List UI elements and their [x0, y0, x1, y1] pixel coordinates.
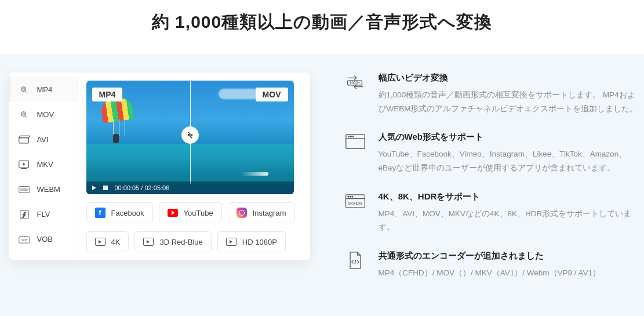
format-sidebar: MP4 MOV AVI — [9, 72, 78, 260]
vob-icon: VOB — [19, 235, 30, 244]
chip-facebook[interactable]: f Facebook — [86, 202, 153, 223]
sidebar-item-label: FLV — [37, 210, 50, 219]
converter-card: MP4 MOV AVI — [9, 72, 310, 260]
svg-point-27 — [348, 196, 349, 197]
svg-line-31 — [355, 260, 356, 264]
feature-desc: MP4、AVI、MOV、MKVなどの4K、8K、HDR形式をサポートしています。 — [379, 207, 638, 234]
feature-desc: 約1,000種類の音声／動画形式の相互変換をサポートします。 MP4およびWEB… — [379, 88, 638, 115]
decoration-cloud — [219, 89, 259, 99]
facebook-icon: f — [95, 208, 105, 218]
sidebar-item-webm[interactable]: WEBM WEBM — [9, 177, 78, 202]
chip-label: Facebook — [111, 209, 144, 217]
chip-youtube[interactable]: YouTube — [159, 202, 222, 223]
feature-title: 4K、8K、HDRをサポート — [379, 191, 638, 202]
chip-row-social: f Facebook YouTube Instagram — [86, 202, 295, 223]
svg-text:1000+: 1000+ — [349, 81, 360, 85]
chip-label: 3D Red-Blue — [159, 238, 202, 246]
sidebar-item-label: MKV — [37, 160, 53, 169]
video-controls: 00:00:05 / 02:05:06 — [86, 181, 294, 194]
feature-title: 幅広いビデオ変換 — [379, 72, 638, 83]
convert-icon: 1000+ — [344, 72, 367, 92]
svg-point-0 — [21, 86, 26, 91]
decoration-parasail — [101, 98, 133, 121]
features-list: 1000+ 幅広いビデオ変換 約1,000種類の音声／動画形式の相互変換をサポー… — [344, 72, 638, 296]
video-preview: MP4 MOV 00:00:05 / 02:05:06 — [86, 81, 294, 194]
webm-icon: WEBM — [19, 186, 30, 194]
swap-icon — [185, 130, 195, 140]
sidebar-item-flv[interactable]: FLV — [9, 202, 78, 227]
swap-button[interactable] — [181, 126, 199, 144]
chip-3d[interactable]: 3D Red-Blue — [134, 231, 211, 252]
feature-web-formats: 人気のWeb形式をサポート YouTube、Facebook、Vimeo、Ins… — [344, 132, 638, 175]
clapper-icon — [19, 136, 30, 144]
svg-point-28 — [350, 196, 351, 197]
svg-point-3 — [21, 111, 26, 116]
code-file-icon — [344, 250, 367, 270]
chip-instagram[interactable]: Instagram — [228, 202, 295, 223]
svg-text:WEBM: WEBM — [20, 188, 28, 191]
page-title: 約 1,000種類以上の動画／音声形式へ変換 — [0, 10, 644, 34]
play-rect-icon — [19, 161, 30, 169]
svg-text:VOB: VOB — [21, 239, 27, 242]
quality-icon — [143, 237, 154, 247]
format-badge-right: MOV — [256, 88, 288, 101]
flash-icon — [19, 210, 30, 219]
instagram-icon — [237, 208, 247, 218]
play-icon[interactable] — [92, 186, 96, 190]
svg-point-24 — [352, 136, 354, 137]
chip-4k[interactable]: 4K — [86, 231, 129, 252]
svg-text:8k\HDR: 8k\HDR — [348, 201, 362, 205]
sidebar-item-label: MP4 — [37, 85, 53, 94]
chip-label: YouTube — [184, 209, 213, 217]
feature-wide-conversion: 1000+ 幅広いビデオ変換 約1,000種類の音声／動画形式の相互変換をサポー… — [344, 72, 638, 115]
hdr-icon: 8k\HDR — [344, 191, 367, 211]
decoration-boat — [250, 170, 268, 176]
browser-icon — [344, 132, 367, 151]
stop-icon[interactable] — [103, 186, 108, 190]
svg-line-2 — [26, 91, 27, 93]
quality-icon — [226, 237, 237, 247]
chip-hd1080p[interactable]: HD 1080P — [217, 231, 286, 252]
svg-point-4 — [23, 113, 24, 115]
sidebar-item-label: AVI — [37, 135, 49, 144]
timecode: 00:00:05 / 02:05:06 — [115, 184, 170, 191]
content-band: MP4 MOV AVI — [0, 54, 644, 316]
sidebar-item-vob[interactable]: VOB VOB — [9, 227, 78, 252]
sidebar-item-label: WEBM — [37, 185, 60, 194]
preview-column: MP4 MOV 00:00:05 / 02:05:06 f Facebook — [78, 72, 310, 260]
quality-icon — [95, 237, 105, 247]
svg-point-23 — [350, 136, 351, 137]
feature-4k8khdr: 8k\HDR 4K、8K、HDRをサポート MP4、AVI、MOV、MKVなどの… — [344, 191, 638, 234]
svg-point-1 — [23, 88, 24, 90]
feature-desc: YouTube、Facebook、Vimeo、Instagram、Likee、T… — [379, 147, 638, 175]
chip-label: Instagram — [253, 209, 286, 217]
chip-label: HD 1080P — [242, 238, 277, 246]
sidebar-item-mp4[interactable]: MP4 — [9, 77, 78, 102]
sidebar-item-mov[interactable]: MOV — [9, 102, 78, 127]
youtube-icon — [168, 208, 178, 218]
sidebar-item-label: VOB — [37, 235, 53, 244]
svg-line-5 — [26, 116, 27, 118]
magnifier-icon — [19, 111, 30, 119]
format-badge-left: MP4 — [92, 88, 123, 101]
feature-title: 共通形式のエンコーダーが追加されました — [379, 250, 601, 261]
feature-desc: MP4（CFHD）/ MOV（）/ MKV（AV1）/ Webm（VP9 / A… — [379, 266, 601, 280]
sidebar-item-mkv[interactable]: MKV — [9, 152, 78, 177]
svg-point-22 — [348, 136, 349, 137]
sidebar-item-label: MOV — [37, 110, 54, 119]
chip-row-quality: 4K 3D Red-Blue HD 1080P — [86, 231, 295, 252]
magnifier-icon — [19, 86, 30, 94]
feature-encoders: 共通形式のエンコーダーが追加されました MP4（CFHD）/ MOV（）/ MK… — [344, 250, 638, 280]
sidebar-item-avi[interactable]: AVI — [9, 127, 78, 152]
chip-label: 4K — [111, 238, 121, 246]
svg-point-29 — [351, 196, 352, 197]
hero: 約 1,000種類以上の動画／音声形式へ変換 — [0, 0, 644, 54]
feature-title: 人気のWeb形式をサポート — [379, 132, 638, 143]
svg-rect-6 — [19, 137, 28, 143]
